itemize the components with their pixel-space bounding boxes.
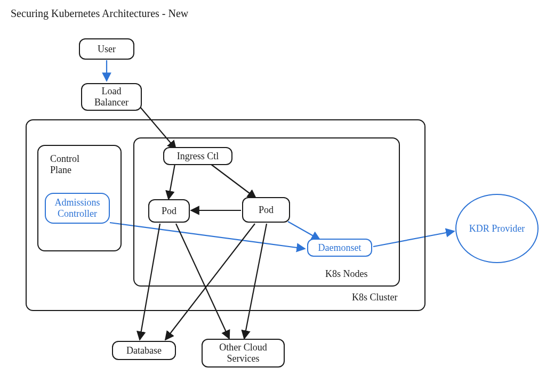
node-daemonset: Daemonset (307, 239, 372, 257)
node-load-balancer: Load Balancer (81, 83, 142, 111)
node-ingress-ctl: Ingress Ctl (163, 147, 232, 165)
label-k8s-cluster: K8s Cluster (352, 292, 398, 303)
node-database: Database (112, 341, 176, 360)
diagram-canvas: { "title": "Securing Kubernetes Architec… (0, 0, 546, 392)
label-k8s-nodes: K8s Nodes (325, 268, 368, 280)
label-control-plane: Control Plane (50, 153, 79, 175)
node-admissions-controller: Admissions Controller (45, 193, 110, 224)
diagram-title: Securing Kubernetes Architectures - New (11, 7, 188, 20)
node-user: User (79, 38, 134, 60)
node-pod-right: Pod (242, 197, 290, 223)
node-other-cloud-services: Other Cloud Services (202, 339, 285, 368)
node-pod-left: Pod (148, 199, 190, 223)
node-kdr-provider: KDR Provider (455, 194, 539, 263)
